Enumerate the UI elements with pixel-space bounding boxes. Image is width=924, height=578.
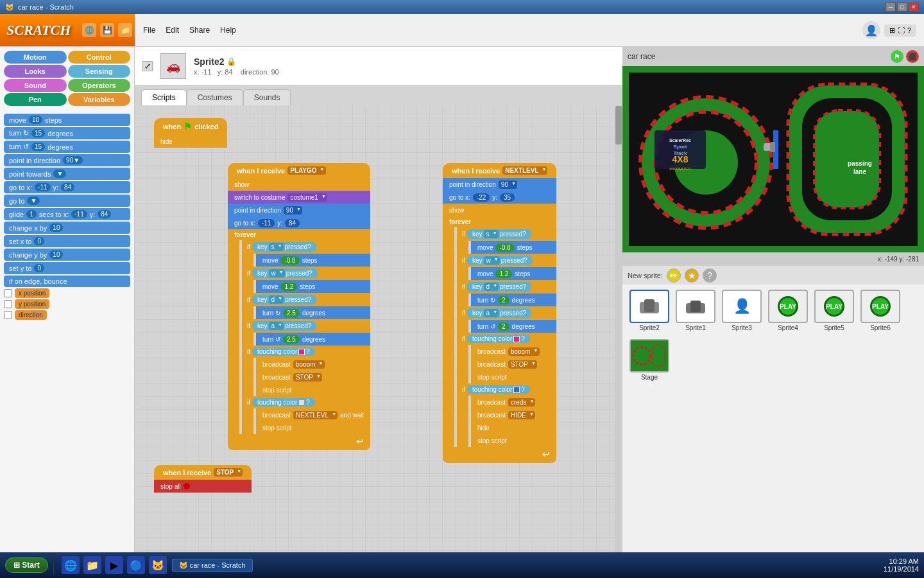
new-sprite-help-button[interactable]: ? <box>703 268 717 283</box>
color-swatch1[interactable] <box>298 349 305 355</box>
broadcast-stop2-dd[interactable]: STOP <box>508 360 537 369</box>
start-button[interactable]: ⊞ Start <box>5 557 48 573</box>
block-turn-left2[interactable]: turn ↺ 2.5 degrees <box>256 333 370 346</box>
broadcast-booom2-dd[interactable]: booom <box>508 347 540 356</box>
broadcast-creds-dd[interactable]: creds <box>508 398 535 407</box>
block-set-x[interactable]: set x to 0 <box>4 235 130 247</box>
maximize-button[interactable]: □ <box>897 3 907 12</box>
block-broadcast-booom[interactable]: broadcast booom <box>256 358 370 371</box>
minimize-button[interactable]: ─ <box>886 3 896 12</box>
block-turn-left3[interactable]: turn ↺ 2 degrees <box>471 320 556 333</box>
block-if-w2[interactable]: if key w pressed? <box>457 254 556 267</box>
block-broadcast-nextlevl[interactable]: broadcast NEXTLEVL and wait <box>256 408 370 421</box>
tab-sounds[interactable]: Sounds <box>243 89 291 105</box>
checkbox-x-pos-input[interactable] <box>4 289 12 297</box>
key-d2-dd[interactable]: d <box>484 283 499 291</box>
menu-share[interactable]: Share <box>189 26 210 35</box>
block-if-touching-color1[interactable]: if touching color ? <box>242 346 370 358</box>
block-if-d2[interactable]: if key d pressed? <box>457 280 556 293</box>
key-d-dd[interactable]: d <box>269 295 284 304</box>
block-if-a[interactable]: if key a pressed? <box>242 319 370 333</box>
broadcast-hide-dd[interactable]: HIDE <box>508 411 535 419</box>
category-sensing[interactable]: Sensing <box>68 65 131 78</box>
category-sound[interactable]: Sound <box>4 79 67 92</box>
taskbar-folder-icon[interactable]: 📁 <box>83 556 101 574</box>
block-stop-script1[interactable]: stop script <box>256 383 370 396</box>
color-swatch2[interactable] <box>298 399 305 406</box>
stage-canvas[interactable]: ScalerRec Sport Track 4X8 MAXIMIZER pass… <box>622 66 924 252</box>
key-a2-dd[interactable]: a <box>484 309 499 317</box>
receive-nextlevl-dd[interactable]: NEXTLEVL <box>502 166 547 175</box>
stop-button[interactable]: ⬛ <box>906 50 919 63</box>
key-s-dd[interactable]: s <box>269 243 284 251</box>
reporter-y-position[interactable]: y position <box>15 299 49 309</box>
taskbar-browser-icon[interactable]: 🌐 <box>62 556 80 574</box>
block-hide[interactable]: hide <box>154 135 227 148</box>
block-if-s2[interactable]: if key s pressed? <box>457 227 556 241</box>
broadcast-booom-dd[interactable]: booom <box>293 360 325 369</box>
block-change-y[interactable]: change y by 10 <box>4 249 130 261</box>
sprite-item-sprite4[interactable]: PLAY Sprite4 <box>766 290 810 331</box>
vertical-scrollbar[interactable] <box>615 105 622 563</box>
block-if-touching3[interactable]: if touching color ? <box>457 333 556 345</box>
block-goto[interactable]: go to ▼ <box>4 195 130 207</box>
block-if-a2[interactable]: if key a pressed? <box>457 306 556 320</box>
key-w-dd[interactable]: w <box>269 269 285 277</box>
title-bar-controls[interactable]: ─ □ ✕ <box>886 3 919 12</box>
category-operators[interactable]: Operators <box>68 79 131 92</box>
sprite-item-sprite6[interactable]: PLAY Sprite6 <box>859 290 902 331</box>
block-set-y[interactable]: set y to 0 <box>4 262 130 274</box>
expand-icon[interactable]: ⊞ <box>889 26 895 35</box>
checkbox-direction-input[interactable] <box>4 311 12 319</box>
block-turn-right3[interactable]: turn ↻ 2 degrees <box>471 293 556 306</box>
taskbar-scratch-icon[interactable]: 🐱 <box>149 556 167 574</box>
block-forever2-top[interactable]: forever <box>443 216 556 227</box>
block-point-towards[interactable]: point towards ▼ <box>4 168 130 180</box>
block-broadcast-booom2[interactable]: broadcast booom <box>471 345 556 358</box>
category-pen[interactable]: Pen <box>4 93 67 106</box>
block-broadcast-stop2[interactable]: broadcast STOP <box>471 358 556 371</box>
block-forever-top[interactable]: forever <box>228 229 370 240</box>
block-receive-stop[interactable]: when I receive STOP <box>154 465 252 480</box>
taskbar-media-icon[interactable]: ▶ <box>105 556 123 574</box>
category-looks[interactable]: Looks <box>4 65 67 78</box>
broadcast-next-dd[interactable]: NEXTLEVL <box>293 411 338 419</box>
fullscreen-icon[interactable]: ⛶ <box>898 26 905 35</box>
block-glide[interactable]: glide 1 secs to x: -11 y: 84 <box>4 208 130 220</box>
category-motion[interactable]: Motion <box>4 51 67 64</box>
sprite-item-sprite1[interactable]: Sprite1 <box>674 290 717 331</box>
block-broadcast-creds[interactable]: broadcast creds <box>471 396 556 408</box>
key-s2-dd[interactable]: s <box>484 230 499 238</box>
sprite-item-sprite5[interactable]: PLAY Sprite5 <box>812 290 856 331</box>
block-if-touching4[interactable]: if touching color ? <box>457 383 556 396</box>
block-move-steps[interactable]: move 10 steps <box>4 114 130 126</box>
block-if-on-edge[interactable]: if on edge, bounce <box>4 276 130 287</box>
block-switch-costume[interactable]: switch to costume costume1 <box>228 191 370 204</box>
block-receive-playgo[interactable]: when I receive PLAYGO <box>228 163 370 178</box>
block-stop-all[interactable]: stop all <box>154 480 252 493</box>
folder-icon[interactable]: 📁 <box>118 23 132 37</box>
block-stop-script3[interactable]: stop script <box>471 371 556 383</box>
block-turn-right2[interactable]: turn ↻ 2.5 degrees <box>256 306 370 319</box>
costume-dd[interactable]: costume1 <box>287 193 327 202</box>
block-turn-left[interactable]: turn ↺ 15 degrees <box>4 141 130 153</box>
block-stop-script2[interactable]: stop script <box>256 421 370 434</box>
block-broadcast-hide[interactable]: broadcast HIDE <box>471 408 556 421</box>
scroll-thumb[interactable] <box>615 106 622 144</box>
close-button[interactable]: ✕ <box>909 3 919 12</box>
block-point-dir[interactable]: point in direction 90 <box>228 204 370 216</box>
block-show[interactable]: show <box>228 178 370 191</box>
new-sprite-paint-button[interactable]: ✏ <box>667 268 681 283</box>
block-if-s[interactable]: if key s pressed? <box>242 240 370 254</box>
user-icon[interactable]: 👤 <box>862 21 880 39</box>
taskbar-scratch-app[interactable]: 🐱 car race - Scratch <box>172 559 253 572</box>
block-goto-xy[interactable]: go to x: -11 y: 84 <box>4 181 130 193</box>
block-turn-right[interactable]: turn ↻ 15 degrees <box>4 127 130 139</box>
tab-scripts[interactable]: Scripts <box>141 89 187 105</box>
green-flag-button[interactable]: ⚑ <box>891 50 903 63</box>
block-move-pos2[interactable]: move 1.2 steps <box>471 267 556 280</box>
block-hide2[interactable]: hide <box>471 421 556 434</box>
sprite-item-stage[interactable]: Stage <box>628 339 671 381</box>
menu-help[interactable]: Help <box>220 26 236 35</box>
key-w2-dd[interactable]: w <box>484 256 500 265</box>
